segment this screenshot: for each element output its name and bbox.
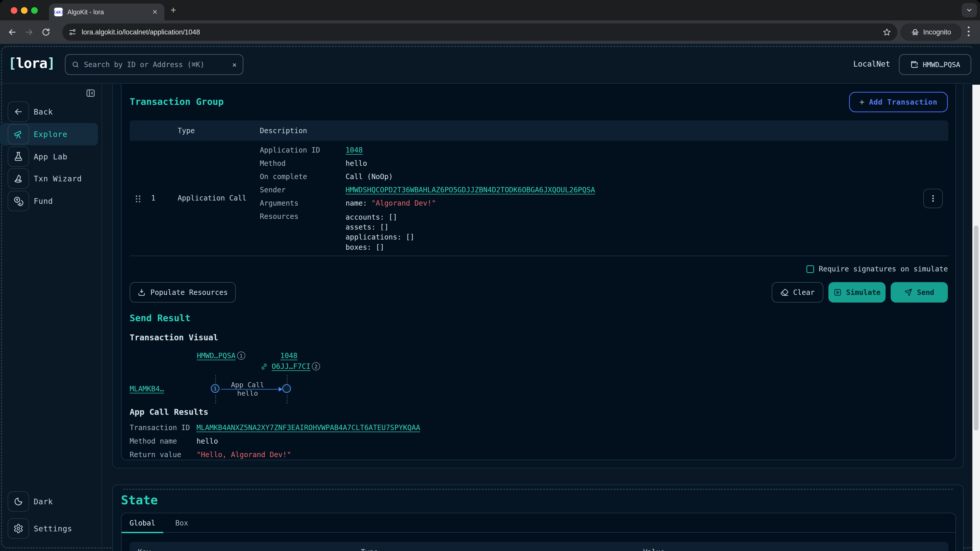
search-placeholder: Search by ID or Address (⌘K) <box>84 60 232 69</box>
telescope-icon <box>8 124 29 144</box>
transaction-table: Type Description 1 Application Call Appl… <box>130 121 948 256</box>
send-button[interactable]: Send <box>891 282 948 303</box>
sidebar-item-label: Back <box>34 107 53 116</box>
column-type: Type <box>178 127 195 135</box>
browser-menu-button[interactable] <box>968 27 970 38</box>
state-table-header: Key Type Value <box>130 542 948 551</box>
play-square-icon <box>834 288 842 297</box>
graph-app-sub-link[interactable]: O6JJ…F7CI2 <box>257 362 324 371</box>
incognito-icon <box>911 28 920 37</box>
transaction-id-link[interactable]: MLAMKB4ANXZ5NA2XY7ZNF3EAIROHVWPAB4A7CLT6… <box>197 424 420 432</box>
screen: [ak] AlgoKit - lora ✕ + lora.algokit.io/… <box>0 0 980 551</box>
drag-handle-icon[interactable] <box>136 195 141 203</box>
badge-1: 1 <box>237 351 245 360</box>
graph-edge-label: App Callhello <box>224 381 270 397</box>
sidebar-item-label: Dark <box>34 497 53 506</box>
row-menu-button[interactable] <box>923 189 943 208</box>
graph-app-link[interactable]: 1048 <box>279 351 299 360</box>
resources-values: accounts: [] assets: [] applications: []… <box>345 212 414 252</box>
page-scrollbar[interactable] <box>972 85 980 551</box>
network-label[interactable]: LocalNet <box>853 44 891 84</box>
sidebar-item-txn-wizard[interactable]: Txn Wizard <box>0 167 98 190</box>
site-settings-icon[interactable] <box>68 28 76 36</box>
moon-icon <box>8 491 29 512</box>
require-signatures-checkbox[interactable] <box>807 265 814 273</box>
browser-window: [ak] AlgoKit - lora ✕ + lora.algokit.io/… <box>0 0 980 551</box>
tab-box[interactable]: Box <box>163 513 200 533</box>
row-description: Application ID1048 Methodhello On comple… <box>260 146 821 257</box>
state-divider <box>123 489 953 490</box>
tab-global[interactable]: Global <box>121 513 163 533</box>
arrow-left-icon <box>7 27 17 37</box>
sender-link[interactable]: HMWDSHQCOPD2T36WBAHLAZ6PO5GDJJZBN4D2TODK… <box>345 186 595 194</box>
sidebar-item-back[interactable]: Back <box>0 100 98 123</box>
forward-button[interactable] <box>22 25 36 39</box>
sidebar-collapse-button[interactable] <box>86 88 95 98</box>
sidebar-item-label: App Lab <box>34 152 67 161</box>
back-button[interactable] <box>5 25 19 39</box>
sidebar-item-theme[interactable]: Dark <box>0 490 98 513</box>
chevron-down-icon <box>966 6 973 14</box>
app-call-results: Transaction IDMLAMKB4ANXZ5NA2XY7ZNF3EAIR… <box>130 424 420 464</box>
tab-search-button[interactable] <box>962 3 977 17</box>
sidebar-item-fund[interactable]: Fund <box>0 190 98 212</box>
gear-icon <box>8 518 29 539</box>
new-tab-button[interactable]: + <box>170 5 176 15</box>
wallet-button[interactable]: HMWD…PQSA <box>899 54 971 75</box>
app-call-results-title: App Call Results <box>130 407 208 417</box>
column-key: Key <box>138 548 151 551</box>
column-description: Description <box>260 127 307 135</box>
add-transaction-button[interactable]: + Add Transaction <box>849 92 948 112</box>
populate-resources-button[interactable]: Populate Resources <box>130 282 236 303</box>
scrollbar-thumb[interactable] <box>974 225 978 430</box>
wizard-hat-icon <box>8 168 29 189</box>
search-input[interactable]: Search by ID or Address (⌘K) ✕ <box>65 54 243 75</box>
transaction-group-card: Transaction Group + Add Transaction Type… <box>121 84 956 460</box>
sidebar-item-label: Txn Wizard <box>34 174 82 183</box>
state-title: State <box>121 493 158 507</box>
row-type: Application Call <box>178 194 247 202</box>
graph-account-link[interactable]: HMWD…PQSA1 <box>197 351 245 360</box>
graph-arrow-icon <box>279 387 283 392</box>
transaction-row[interactable]: 1 Application Call Application ID1048 Me… <box>130 141 948 256</box>
column-value: Value <box>643 548 665 551</box>
search-clear-icon[interactable]: ✕ <box>232 60 237 69</box>
sidebar-item-settings[interactable]: Settings <box>0 517 98 540</box>
close-window-button[interactable] <box>11 7 18 14</box>
transaction-group-title: Transaction Group <box>130 97 224 107</box>
transaction-visual-graph: HMWD…PQSA1 1048 O6JJ…F7CI2 MLAMKB4… 1 <box>130 341 487 408</box>
coins-icon <box>8 191 29 211</box>
graph-node-to <box>282 384 291 393</box>
incognito-badge: Incognito <box>900 24 962 41</box>
address-bar[interactable]: lora.algokit.io/localnet/application/104… <box>62 24 897 41</box>
require-signatures-label: Require signatures on simulate <box>819 265 948 273</box>
url-text[interactable]: lora.algokit.io/localnet/application/104… <box>82 28 883 36</box>
arrow-left-icon <box>8 102 29 122</box>
bookmark-star-icon[interactable] <box>883 28 891 37</box>
lora-logo[interactable]: [lora] <box>8 55 55 71</box>
arrow-right-icon <box>24 27 34 37</box>
reload-icon <box>41 27 51 37</box>
sidebar-item-label: Settings <box>34 524 72 533</box>
app-header: [lora] Search by ID or Address (⌘K) ✕ Lo… <box>0 44 972 84</box>
application-id-link[interactable]: 1048 <box>345 146 363 155</box>
browser-tabstrip: [ak] AlgoKit - lora ✕ + <box>0 0 980 21</box>
clear-button[interactable]: Clear <box>772 282 823 303</box>
sidebar-item-app-lab[interactable]: App Lab <box>0 145 98 168</box>
table-header: Type Description <box>130 121 948 141</box>
state-tablist: Global Box <box>121 513 956 533</box>
sidebar-item-explore[interactable]: Explore <box>0 123 98 145</box>
minimize-window-button[interactable] <box>21 7 27 14</box>
tab-favicon: [ak] <box>54 8 63 16</box>
graph-txn-link[interactable]: MLAMKB4… <box>130 385 164 393</box>
transaction-visual-title: Transaction Visual <box>130 333 218 342</box>
simulate-button[interactable]: Simulate <box>829 282 886 303</box>
browser-tab[interactable]: [ak] AlgoKit - lora ✕ <box>49 3 164 21</box>
sidebar: Back Explore App Lab Txn Wizard <box>0 84 102 551</box>
reload-button[interactable] <box>39 25 53 39</box>
tab-close-icon[interactable]: ✕ <box>151 8 159 16</box>
zoom-window-button[interactable] <box>31 7 38 14</box>
require-signatures-row: Require signatures on simulate <box>807 265 948 273</box>
wallet-address: HMWD…PQSA <box>923 61 960 68</box>
row-index: 1 <box>151 194 156 202</box>
